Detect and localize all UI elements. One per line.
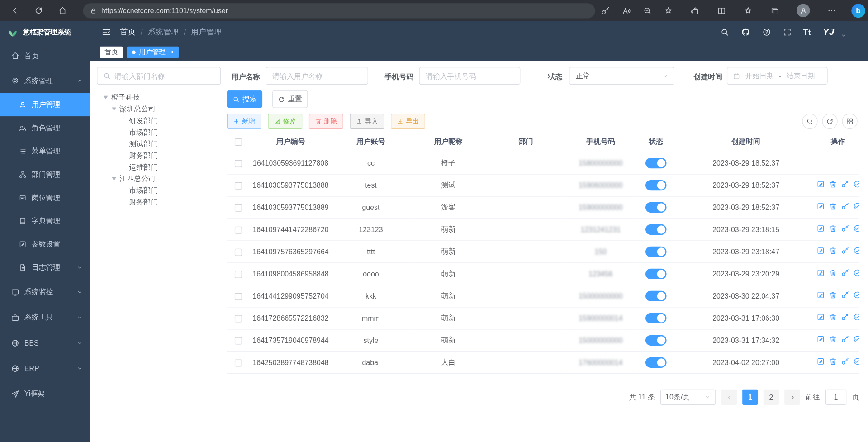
row-checkbox[interactable] [234, 359, 242, 366]
row-delete-icon[interactable] [829, 202, 837, 210]
import-button[interactable]: 导入 [350, 114, 384, 129]
row-delete-icon[interactable] [829, 291, 837, 299]
status-toggle[interactable] [645, 290, 667, 301]
page-2-button[interactable]: 2 [764, 390, 779, 405]
select-all-checkbox[interactable] [234, 138, 242, 146]
page-1-button[interactable]: 1 [742, 390, 758, 405]
row-assign-role-icon[interactable] [853, 247, 859, 255]
sidebar-item-system-tools[interactable]: 系统工具 [0, 304, 90, 330]
row-reset-password-icon[interactable] [841, 313, 849, 321]
row-edit-icon[interactable] [816, 313, 825, 321]
github-icon[interactable] [741, 27, 751, 37]
goto-page-input[interactable] [825, 390, 847, 405]
status-toggle[interactable] [645, 202, 667, 212]
row-assign-role-icon[interactable] [853, 335, 859, 343]
start-date-placeholder[interactable]: 开始日期 [745, 71, 774, 81]
sidebar-item-bbs[interactable]: BBS [0, 330, 90, 356]
row-checkbox[interactable] [234, 226, 242, 233]
status-toggle[interactable] [645, 224, 667, 234]
user-avatar[interactable]: YJ [823, 27, 834, 38]
header-search-icon[interactable] [720, 28, 729, 37]
breadcrumb-home[interactable]: 首页 [120, 27, 136, 37]
table-columns-button[interactable] [842, 114, 857, 129]
tree-node[interactable]: 市场部门 [97, 185, 221, 196]
tree-node[interactable]: 测试部门 [97, 138, 221, 150]
row-reset-password-icon[interactable] [841, 291, 849, 299]
tag-home[interactable]: 首页 [100, 46, 123, 58]
sidebar-item-dict-mgmt[interactable]: 字典管理 [0, 209, 90, 233]
sidebar-item-erp[interactable]: ERP [0, 356, 90, 381]
tree-node[interactable]: 深圳总公司 [97, 103, 221, 115]
end-date-placeholder[interactable]: 结束日期 [786, 71, 815, 81]
row-delete-icon[interactable] [829, 224, 837, 233]
collections-icon[interactable] [770, 6, 779, 15]
status-toggle[interactable] [645, 335, 667, 345]
table-refresh-button[interactable] [822, 114, 837, 129]
row-checkbox[interactable] [234, 204, 242, 211]
reset-button[interactable]: 重置 [272, 90, 308, 108]
row-delete-icon[interactable] [829, 357, 837, 366]
row-reset-password-icon[interactable] [841, 247, 849, 255]
browser-back-button[interactable] [9, 5, 21, 17]
row-edit-icon[interactable] [816, 180, 825, 188]
sidebar-item-log-mgmt[interactable]: 日志管理 [0, 256, 90, 279]
split-screen-icon[interactable] [717, 6, 726, 15]
row-reset-password-icon[interactable] [841, 357, 849, 366]
extensions-icon[interactable] [690, 6, 700, 15]
status-toggle[interactable] [645, 357, 667, 367]
row-edit-icon[interactable] [816, 357, 825, 366]
sidebar-item-post-mgmt[interactable]: 岗位管理 [0, 186, 90, 209]
sidebar-item-role-mgmt[interactable]: 角色管理 [0, 116, 90, 139]
tree-node[interactable]: 市场部门 [97, 126, 221, 138]
row-delete-icon[interactable] [829, 335, 837, 343]
department-search-input[interactable] [114, 72, 215, 80]
edit-button[interactable]: 修改 [268, 114, 302, 129]
menu-fold-icon[interactable] [101, 27, 111, 37]
row-assign-role-icon[interactable] [853, 313, 859, 321]
row-delete-icon[interactable] [829, 247, 837, 255]
row-checkbox[interactable] [234, 315, 242, 322]
browser-reload-button[interactable] [33, 5, 45, 17]
row-edit-icon[interactable] [816, 247, 825, 255]
next-page-button[interactable] [784, 390, 800, 405]
browser-home-button[interactable] [57, 5, 69, 17]
row-checkbox[interactable] [234, 160, 242, 167]
breadcrumb-system[interactable]: 系统管理 [148, 27, 179, 37]
delete-button[interactable]: 删除 [309, 114, 343, 129]
sidebar-item-system-mgmt[interactable]: 系统管理 [0, 68, 90, 93]
row-checkbox[interactable] [234, 182, 242, 189]
date-range-picker[interactable]: 开始日期 - 结束日期 [727, 67, 828, 85]
zoom-out-icon[interactable] [643, 6, 652, 15]
row-checkbox[interactable] [234, 293, 242, 300]
sidebar-item-dept-mgmt[interactable]: 部门管理 [0, 163, 90, 186]
row-reset-password-icon[interactable] [841, 180, 849, 188]
caret-down-icon[interactable] [112, 107, 116, 110]
copilot-icon[interactable]: b [851, 4, 865, 18]
caret-down-icon[interactable] [112, 177, 116, 180]
row-reset-password-icon[interactable] [841, 224, 849, 233]
avatar-caret-down-icon[interactable] [840, 32, 847, 39]
row-assign-role-icon[interactable] [853, 269, 859, 277]
row-edit-icon[interactable] [816, 335, 825, 343]
tag-user-mgmt[interactable]: 用户管理 × [127, 46, 179, 58]
row-assign-role-icon[interactable] [853, 224, 859, 233]
row-assign-role-icon[interactable] [853, 357, 859, 366]
row-delete-icon[interactable] [829, 269, 837, 277]
sidebar-item-user-mgmt[interactable]: 用户管理 [0, 93, 90, 116]
row-checkbox[interactable] [234, 248, 242, 256]
row-assign-role-icon[interactable] [853, 202, 859, 210]
row-edit-icon[interactable] [816, 291, 825, 299]
tree-node[interactable]: 江西总公司 [97, 173, 221, 185]
row-edit-icon[interactable] [816, 202, 825, 210]
row-edit-icon[interactable] [816, 269, 825, 277]
row-reset-password-icon[interactable] [841, 202, 849, 210]
tree-node[interactable]: 运维部门 [97, 161, 221, 173]
add-button[interactable]: 新增 [227, 114, 261, 129]
search-button[interactable]: 搜索 [227, 90, 262, 108]
row-checkbox[interactable] [234, 337, 242, 344]
password-key-icon[interactable] [601, 6, 610, 15]
add-favorite-icon[interactable] [664, 6, 673, 15]
favorites-bar-icon[interactable] [744, 6, 753, 15]
username-input[interactable] [266, 67, 368, 85]
sidebar-item-yi-framework[interactable]: Yi框架 [0, 381, 90, 406]
